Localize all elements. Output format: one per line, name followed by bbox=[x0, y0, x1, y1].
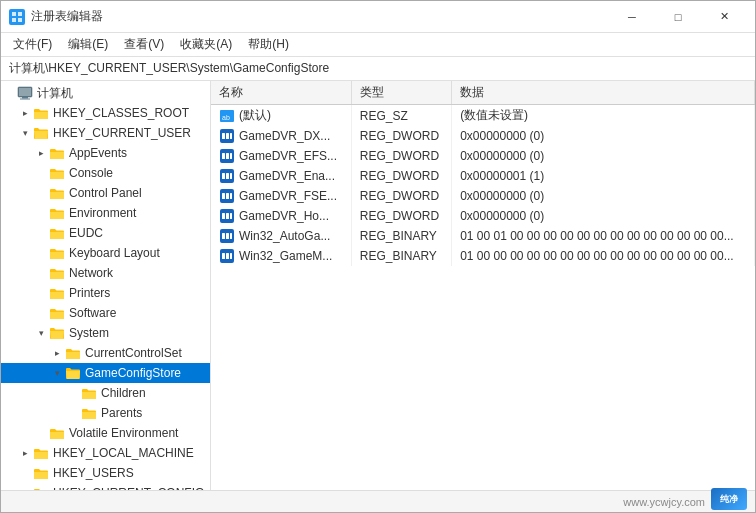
cell-name-text-6: Win32_AutoGa... bbox=[239, 229, 330, 243]
expand-icon-system[interactable]: ▾ bbox=[33, 325, 49, 341]
menu-item-帮助(H)[interactable]: 帮助(H) bbox=[240, 34, 297, 55]
tree-item-network[interactable]: Network bbox=[1, 263, 210, 283]
menu-item-文件(F)[interactable]: 文件(F) bbox=[5, 34, 60, 55]
close-button[interactable]: ✕ bbox=[701, 1, 747, 33]
tree-item-controlpanel[interactable]: Control Panel bbox=[1, 183, 210, 203]
tree-item-parents[interactable]: Parents bbox=[1, 403, 210, 423]
folder-icon-printers bbox=[49, 286, 65, 300]
tree-item-hkcu[interactable]: ▾ HKEY_CURRENT_USER bbox=[1, 123, 210, 143]
registry-tree[interactable]: 计算机▸ HKEY_CLASSES_ROOT▾ HKEY_CURRENT_USE… bbox=[1, 81, 211, 490]
menu-bar: 文件(F)编辑(E)查看(V)收藏夹(A)帮助(H) bbox=[1, 33, 755, 57]
expand-icon-hklm[interactable]: ▸ bbox=[17, 445, 33, 461]
cell-name-text-3: GameDVR_Ena... bbox=[239, 169, 335, 183]
tree-item-system[interactable]: ▾ System bbox=[1, 323, 210, 343]
cell-data-7: 01 00 00 00 00 00 00 00 00 00 00 00 00 0… bbox=[452, 246, 755, 266]
cell-name-text-2: GameDVR_EFS... bbox=[239, 149, 337, 163]
tree-item-children[interactable]: Children bbox=[1, 383, 210, 403]
folder-icon-hklm bbox=[33, 446, 49, 460]
tree-item-software[interactable]: Software bbox=[1, 303, 210, 323]
maximize-button[interactable]: □ bbox=[655, 1, 701, 33]
cell-name-text-1: GameDVR_DX... bbox=[239, 129, 330, 143]
table-row[interactable]: GameDVR_DX...REG_DWORD0x00000000 (0) bbox=[211, 126, 755, 146]
expand-icon-console bbox=[33, 165, 49, 181]
svg-rect-17 bbox=[230, 153, 232, 159]
cell-name-5: GameDVR_Ho... bbox=[211, 206, 351, 226]
tree-item-appevents[interactable]: ▸ AppEvents bbox=[1, 143, 210, 163]
tree-label-children: Children bbox=[101, 386, 146, 400]
cell-name-text-5: GameDVR_Ho... bbox=[239, 209, 329, 223]
tree-label-parents: Parents bbox=[101, 406, 142, 420]
menu-item-收藏夹(A)[interactable]: 收藏夹(A) bbox=[172, 34, 240, 55]
menu-item-编辑(E)[interactable]: 编辑(E) bbox=[60, 34, 116, 55]
expand-icon-hkcu[interactable]: ▾ bbox=[17, 125, 33, 141]
expand-icon-hku bbox=[17, 465, 33, 481]
title-bar: 注册表编辑器 ─ □ ✕ bbox=[1, 1, 755, 33]
expand-icon-hkcr[interactable]: ▸ bbox=[17, 105, 33, 121]
reg-value-icon-7 bbox=[219, 248, 235, 264]
reg-value-icon-4 bbox=[219, 188, 235, 204]
svg-rect-32 bbox=[226, 233, 229, 239]
tree-item-volatileenv[interactable]: Volatile Environment bbox=[1, 423, 210, 443]
expand-icon-currentcontrolset[interactable]: ▸ bbox=[49, 345, 65, 361]
folder-icon-network bbox=[49, 266, 65, 280]
svg-rect-35 bbox=[222, 253, 225, 259]
svg-rect-7 bbox=[20, 99, 30, 100]
expand-icon-parents bbox=[65, 405, 81, 421]
folder-icon-currentcontrolset bbox=[65, 346, 81, 360]
tree-item-console[interactable]: Console bbox=[1, 163, 210, 183]
expand-icon-children bbox=[65, 385, 81, 401]
svg-rect-3 bbox=[18, 18, 22, 22]
folder-icon-keyboardlayout bbox=[49, 246, 65, 260]
minimize-button[interactable]: ─ bbox=[609, 1, 655, 33]
registry-data-table: 名称类型数据 ab (默认)REG_SZ(数值未设置) GameDVR_DX..… bbox=[211, 81, 755, 266]
main-window: 注册表编辑器 ─ □ ✕ 文件(F)编辑(E)查看(V)收藏夹(A)帮助(H) … bbox=[0, 0, 756, 513]
expand-icon-software bbox=[33, 305, 49, 321]
tree-item-hkcr[interactable]: ▸ HKEY_CLASSES_ROOT bbox=[1, 103, 210, 123]
table-row[interactable]: GameDVR_Ena...REG_DWORD0x00000001 (1) bbox=[211, 166, 755, 186]
table-row[interactable]: ab (默认)REG_SZ(数值未设置) bbox=[211, 105, 755, 127]
tree-label-currentcontrolset: CurrentControlSet bbox=[85, 346, 182, 360]
tree-item-keyboardlayout[interactable]: Keyboard Layout bbox=[1, 243, 210, 263]
tree-item-hku[interactable]: HKEY_USERS bbox=[1, 463, 210, 483]
data-panel[interactable]: 名称类型数据 ab (默认)REG_SZ(数值未设置) GameDVR_DX..… bbox=[211, 81, 755, 490]
svg-rect-0 bbox=[12, 12, 16, 16]
table-row[interactable]: GameDVR_EFS...REG_DWORD0x00000000 (0) bbox=[211, 146, 755, 166]
main-content: 计算机▸ HKEY_CLASSES_ROOT▾ HKEY_CURRENT_USE… bbox=[1, 81, 755, 490]
folder-icon-hkcu bbox=[33, 126, 49, 140]
expand-icon-environment bbox=[33, 205, 49, 221]
expand-icon-gameconfigstore[interactable]: ▾ bbox=[49, 365, 65, 381]
svg-rect-29 bbox=[230, 213, 232, 219]
tree-label-controlpanel: Control Panel bbox=[69, 186, 142, 200]
expand-icon-appevents[interactable]: ▸ bbox=[33, 145, 49, 161]
tree-item-hkcc[interactable]: HKEY_CURRENT_CONFIG bbox=[1, 483, 210, 490]
cell-name-text-0: (默认) bbox=[239, 107, 271, 124]
tree-item-eudc[interactable]: EUDC bbox=[1, 223, 210, 243]
table-row[interactable]: GameDVR_FSE...REG_DWORD0x00000000 (0) bbox=[211, 186, 755, 206]
cell-type-5: REG_DWORD bbox=[351, 206, 451, 226]
svg-rect-36 bbox=[226, 253, 229, 259]
svg-rect-2 bbox=[12, 18, 16, 22]
address-bar: 计算机\HKEY_CURRENT_USER\System\GameConfigS… bbox=[1, 57, 755, 81]
cell-name-1: GameDVR_DX... bbox=[211, 126, 351, 146]
tree-item-printers[interactable]: Printers bbox=[1, 283, 210, 303]
svg-rect-24 bbox=[226, 193, 229, 199]
tree-item-computer[interactable]: 计算机 bbox=[1, 83, 210, 103]
tree-item-hklm[interactable]: ▸ HKEY_LOCAL_MACHINE bbox=[1, 443, 210, 463]
table-row[interactable]: Win32_AutoGa...REG_BINARY01 00 01 00 00 … bbox=[211, 226, 755, 246]
window-title: 注册表编辑器 bbox=[31, 8, 609, 25]
cell-name-3: GameDVR_Ena... bbox=[211, 166, 351, 186]
svg-rect-11 bbox=[222, 133, 225, 139]
svg-rect-27 bbox=[222, 213, 225, 219]
tree-item-gameconfigstore[interactable]: ▾ GameConfigStore bbox=[1, 363, 210, 383]
table-row[interactable]: GameDVR_Ho...REG_DWORD0x00000000 (0) bbox=[211, 206, 755, 226]
menu-item-查看(V)[interactable]: 查看(V) bbox=[116, 34, 172, 55]
table-header-row: 名称类型数据 bbox=[211, 81, 755, 105]
tree-label-computer: 计算机 bbox=[37, 85, 73, 102]
tree-item-currentcontrolset[interactable]: ▸ CurrentControlSet bbox=[1, 343, 210, 363]
folder-icon-system bbox=[49, 326, 65, 340]
table-row[interactable]: Win32_GameM...REG_BINARY01 00 00 00 00 0… bbox=[211, 246, 755, 266]
svg-rect-25 bbox=[230, 193, 232, 199]
cell-name-text-7: Win32_GameM... bbox=[239, 249, 332, 263]
tree-item-environment[interactable]: Environment bbox=[1, 203, 210, 223]
svg-rect-6 bbox=[22, 97, 28, 99]
